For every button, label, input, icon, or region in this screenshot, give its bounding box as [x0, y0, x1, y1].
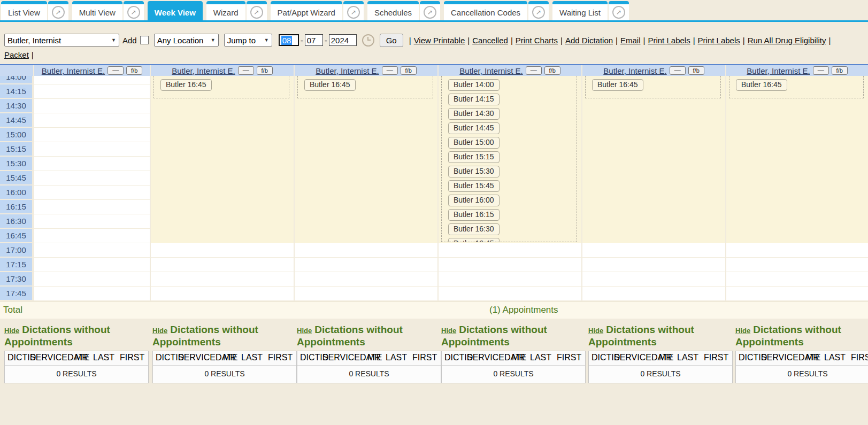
slot-row[interactable] — [582, 258, 725, 272]
hide-dictations-link[interactable]: Hide — [4, 327, 19, 335]
appointment-slot-button[interactable]: Butler 14:00 — [448, 79, 500, 91]
collapse-column-button[interactable]: — — [238, 66, 254, 75]
tab-cancellation-codes-popout[interactable]: ↗ — [528, 1, 549, 20]
appointment-slot-button[interactable]: Butler 14:30 — [448, 108, 500, 120]
tab-waiting-list[interactable]: Waiting List — [552, 1, 608, 20]
slot-row[interactable] — [295, 272, 437, 287]
dictations-sort-link[interactable]: LAST — [824, 353, 846, 362]
toolbar-link-print-labels[interactable]: Print Labels — [648, 36, 690, 45]
slot-row[interactable] — [34, 171, 150, 186]
slot-row[interactable] — [726, 272, 868, 287]
appointment-slot-button[interactable]: Butler 16:45 — [448, 238, 500, 242]
hide-dictations-link[interactable]: Hide — [735, 327, 750, 335]
dictations-sort-link[interactable]: SERVICE — [30, 353, 67, 362]
dictations-sort-link[interactable]: MR — [659, 353, 672, 362]
slot-row[interactable] — [34, 243, 150, 258]
dictations-sort-link[interactable]: SERVICE — [178, 353, 216, 362]
collapse-column-button[interactable]: — — [813, 66, 829, 75]
appointment-slot-button[interactable]: Butler 15:30 — [448, 166, 500, 177]
forward-book-button[interactable]: f/b — [126, 66, 142, 75]
toolbar-link-packet[interactable]: Packet — [4, 50, 29, 59]
day-column[interactable]: Butler 16:45 — [581, 76, 725, 301]
day-column[interactable] — [33, 76, 150, 301]
slot-row[interactable] — [34, 157, 150, 171]
toolbar-link-cancelled[interactable]: Cancelled — [472, 36, 508, 45]
forward-book-button[interactable]: f/b — [544, 66, 560, 75]
dictations-sort-link[interactable]: FIRST — [268, 353, 293, 362]
provider-day-link[interactable]: Butler, Internist E. — [603, 66, 666, 75]
slot-row[interactable] — [151, 258, 294, 272]
tab-multi-view[interactable]: Multi View — [72, 1, 122, 20]
slot-row[interactable] — [582, 272, 725, 287]
slot-row[interactable] — [34, 99, 150, 113]
provider-day-link[interactable]: Butler, Internist E. — [459, 66, 523, 75]
toolbar-link-email[interactable]: Email — [620, 36, 641, 45]
appointment-slot-button[interactable]: Butler 14:45 — [448, 122, 500, 134]
collapse-column-button[interactable]: — — [382, 66, 398, 75]
slot-row[interactable] — [34, 128, 150, 142]
slot-row[interactable] — [34, 186, 150, 200]
dictations-sort-link[interactable]: MR — [512, 353, 525, 362]
provider-day-link[interactable]: Butler, Internist E. — [747, 66, 810, 75]
location-select[interactable]: Any Location ▼ — [154, 34, 219, 47]
dictations-sort-link[interactable]: LAST — [241, 353, 263, 362]
day-column[interactable]: Butler 16:45 — [150, 76, 294, 301]
forward-book-button[interactable]: f/b — [832, 66, 848, 75]
date-year-input[interactable]: 2024 — [329, 34, 357, 46]
forward-book-button[interactable]: f/b — [257, 66, 273, 75]
tab-wizard[interactable]: Wizard — [206, 1, 245, 20]
slot-row[interactable] — [439, 272, 581, 287]
provider-day-link[interactable]: Butler, Internist E. — [316, 66, 379, 75]
add-checkbox[interactable] — [140, 36, 149, 44]
dictations-sort-link[interactable]: DICT — [739, 353, 758, 362]
slot-row[interactable] — [151, 243, 294, 258]
date-day-input[interactable]: 07 — [305, 34, 323, 46]
tab-schedules-popout[interactable]: ↗ — [420, 1, 440, 20]
slot-row[interactable] — [151, 287, 294, 301]
hide-dictations-link[interactable]: Hide — [152, 327, 167, 335]
slot-row[interactable] — [34, 113, 150, 128]
tab-waiting-list-popout[interactable]: ↗ — [609, 1, 629, 20]
appointment-slot-button[interactable]: Butler 16:00 — [448, 195, 500, 206]
slot-row[interactable] — [439, 258, 581, 272]
toolbar-link-add-dictation[interactable]: Add Dictation — [565, 36, 613, 45]
appointment-slot-button[interactable]: Butler 15:45 — [448, 180, 500, 192]
slot-row[interactable] — [439, 243, 581, 258]
slot-row[interactable] — [151, 272, 294, 287]
day-column[interactable]: Butler 16:45 — [294, 76, 437, 301]
collapse-column-button[interactable]: — — [526, 66, 542, 75]
dictations-sort-link[interactable]: LAST — [93, 353, 114, 362]
slot-row[interactable] — [34, 76, 150, 84]
dictations-sort-link[interactable]: LAST — [677, 353, 698, 362]
dictations-sort-link[interactable]: FIRST — [704, 353, 728, 362]
tab-week-view[interactable]: Week View — [148, 1, 203, 20]
tab-pat-appt-wizard-popout[interactable]: ↗ — [343, 1, 364, 20]
date-month-input[interactable]: 08 — [279, 34, 299, 46]
dictations-sort-link[interactable]: FIRST — [557, 353, 581, 362]
slot-row[interactable] — [34, 214, 150, 229]
slot-row[interactable] — [34, 229, 150, 243]
day-column[interactable]: Butler 14:00Butler 14:15Butler 14:30Butl… — [437, 76, 581, 301]
tab-list-view[interactable]: List View — [1, 1, 47, 20]
dictations-sort-link[interactable]: MR — [806, 353, 819, 362]
slot-row[interactable] — [34, 258, 150, 272]
slot-row[interactable] — [295, 243, 437, 258]
toolbar-link-view-printable[interactable]: View Printable — [414, 36, 465, 45]
go-button[interactable]: Go — [380, 34, 403, 47]
appointment-slot-button[interactable]: Butler 16:45 — [592, 79, 643, 91]
dictations-sort-link[interactable]: SERVICE — [322, 353, 360, 362]
collapse-column-button[interactable]: — — [107, 66, 124, 75]
tab-wizard-popout[interactable]: ↗ — [247, 1, 267, 20]
dictations-sort-link[interactable]: DICT — [156, 353, 175, 362]
slot-row[interactable] — [582, 287, 725, 301]
slot-row[interactable] — [726, 258, 868, 272]
dictations-sort-link[interactable]: DICT — [7, 353, 27, 362]
dictations-sort-link[interactable]: DICT — [444, 353, 464, 362]
tab-multi-view-popout[interactable]: ↗ — [124, 1, 144, 20]
dictations-sort-link[interactable]: LAST — [386, 353, 407, 362]
slot-row[interactable] — [34, 84, 150, 99]
appointment-slot-button[interactable]: Butler 16:45 — [160, 79, 212, 91]
appointment-slot-button[interactable]: Butler 16:45 — [736, 79, 787, 91]
dictations-sort-link[interactable]: SERVICE — [614, 353, 651, 362]
dictations-sort-link[interactable]: MR — [223, 353, 236, 362]
